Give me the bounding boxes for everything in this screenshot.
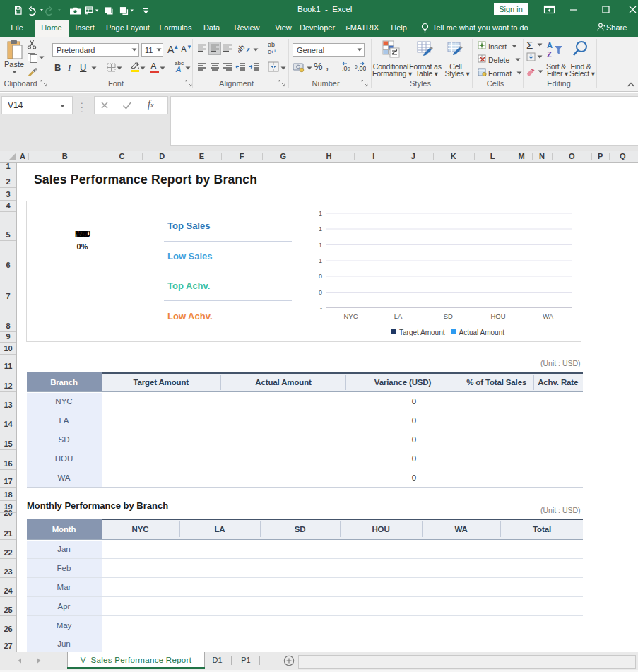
svg-text:HOU: HOU xyxy=(490,312,505,320)
svg-text:NYC: NYC xyxy=(343,312,358,320)
svg-text:-: - xyxy=(320,305,322,312)
svg-text:0: 0 xyxy=(319,289,322,296)
svg-text:WA: WA xyxy=(543,312,554,320)
svg-text:1: 1 xyxy=(319,225,322,232)
svg-text:1: 1 xyxy=(319,242,322,249)
svg-text:1: 1 xyxy=(319,257,322,264)
svg-text:A: A xyxy=(547,41,553,49)
svg-text:.0: .0 xyxy=(342,65,348,72)
svg-text:0: 0 xyxy=(348,66,350,71)
svg-text:ab: ab xyxy=(238,43,247,54)
svg-text:0: 0 xyxy=(319,273,322,280)
svg-text:.00: .00 xyxy=(358,65,366,72)
svg-text:Target Amount: Target Amount xyxy=(399,329,445,336)
svg-text:Z: Z xyxy=(547,50,552,59)
svg-text:Actual Amount: Actual Amount xyxy=(459,329,505,336)
svg-text:LA: LA xyxy=(394,312,403,320)
svg-text:1: 1 xyxy=(319,210,322,217)
svg-text:SD: SD xyxy=(444,312,453,320)
